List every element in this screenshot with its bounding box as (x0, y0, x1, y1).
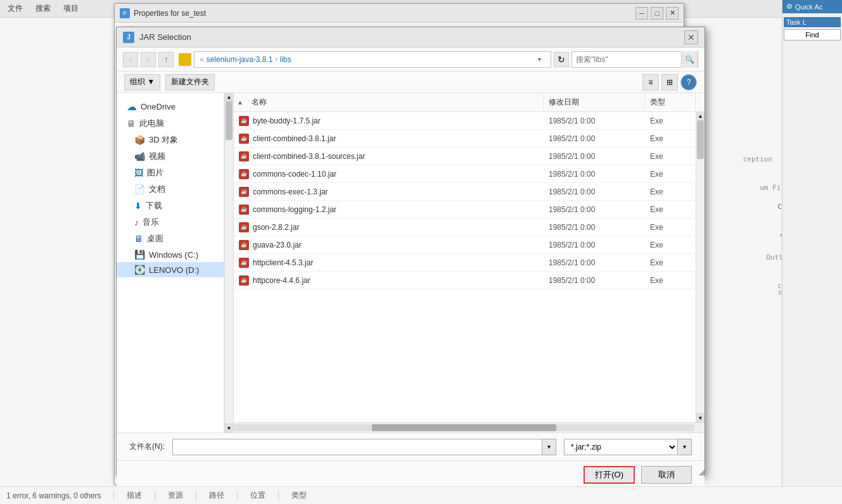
action-bar: 打开(O) 取消 (117, 460, 705, 488)
tree-item-onedrive[interactable]: ☁ OneDrive (117, 98, 224, 115)
nav-back-btn[interactable]: ‹ (123, 52, 138, 67)
file-date-cell: 1985/2/1 0:00 (544, 276, 645, 285)
file-item[interactable]: ☕ commons-exec-1.3.jar 1985/2/1 0:00 Exe (234, 183, 696, 201)
h-scroll-area[interactable] (234, 422, 705, 432)
file-item[interactable]: ☕ commons-logging-1.2.jar 1985/2/1 0:00 … (234, 201, 696, 218)
folder-tree: ☁ OneDrive 🖥 此电脑 📦 3D 对象 📹 视频 🖼 图片 (117, 93, 224, 432)
download-icon: ⬇ (134, 201, 142, 211)
file-item[interactable]: ☕ client-combined-3.8.1.jar 1985/2/1 0:0… (234, 130, 696, 148)
tree-item-video[interactable]: 📹 视频 (117, 148, 224, 165)
find-button[interactable]: Find (784, 29, 841, 41)
file-name-cell: ☕ httpcore-4.4.6.jar (234, 275, 544, 286)
file-list-scrollbar[interactable]: ▲ ▼ (696, 112, 705, 422)
file-date-cell: 1985/2/1 0:00 (544, 205, 645, 214)
file-name-cell: ☕ gson-2.8.2.jar (234, 222, 544, 232)
tree-item-download[interactable]: ⬇ 下载 (117, 198, 224, 214)
tree-scroll-down[interactable]: ▼ (225, 424, 233, 432)
status-divider-4 (237, 491, 238, 501)
view-list-btn[interactable]: ≡ (642, 74, 659, 91)
file-item[interactable]: ☕ httpcore-4.4.6.jar 1985/2/1 0:00 Exe (234, 272, 696, 289)
filename-input[interactable] (172, 439, 542, 455)
path-part-2[interactable]: libs (280, 55, 291, 64)
toolbar-row: 组织 ▼ 新建文件夹 ≡ ⊞ ? (117, 72, 705, 93)
tree-scrollbar[interactable]: ▲ ▼ (224, 93, 233, 432)
onedrive-icon: ☁ (127, 101, 137, 113)
menu-project[interactable]: 项目 (61, 2, 81, 15)
file-scroll-up[interactable]: ▲ (696, 112, 705, 121)
current-folder-icon (179, 53, 191, 66)
tree-item-windows[interactable]: 💾 Windows (C:) (117, 247, 224, 262)
view-grid-btn[interactable]: ⊞ (661, 74, 678, 91)
refresh-btn[interactable]: ↻ (554, 52, 569, 67)
search-box: 🔍 (571, 51, 698, 68)
file-scroll-thumb[interactable] (697, 121, 704, 159)
tree-scroll-track (225, 102, 233, 424)
toolbar-right: ≡ ⊞ ? (642, 74, 697, 91)
nav-up-btn[interactable]: ↑ (158, 52, 174, 67)
tree-item-lenovo[interactable]: 💽 LENOVO (D:) (117, 262, 224, 277)
jar-dialog-close[interactable]: ✕ (684, 30, 698, 44)
menu-file[interactable]: 文件 (5, 2, 25, 15)
tree-scroll-up[interactable]: ▲ (225, 93, 233, 102)
filename-dropdown-btn[interactable]: ▾ (542, 439, 556, 455)
tree-item-3d[interactable]: 📦 3D 对象 (117, 132, 224, 148)
video-icon: 📹 (134, 151, 145, 161)
bg-code-1: ception (743, 155, 772, 163)
path-separator: « (200, 55, 204, 64)
file-scroll-down[interactable]: ▼ (696, 413, 705, 422)
tree-item-image[interactable]: 🖼 图片 (117, 165, 224, 181)
tree-item-music[interactable]: ♪ 音乐 (117, 214, 224, 230)
filetype-dropdown-btn[interactable]: ▾ (678, 439, 692, 455)
jar-icon: ☕ (239, 205, 249, 215)
file-item[interactable]: ☕ httpclient-4.5.3.jar 1985/2/1 0:00 Exe (234, 254, 696, 272)
maximize-btn[interactable]: □ (651, 7, 663, 20)
3d-icon: 📦 (134, 135, 145, 145)
h-scroll-track (234, 424, 694, 431)
new-folder-label: 新建文件夹 (171, 77, 209, 87)
col-header-type[interactable]: 类型 (645, 93, 696, 111)
file-type-cell: Exe (645, 258, 696, 267)
filetype-select[interactable]: *.jar;*.zip (564, 439, 678, 455)
file-item[interactable]: ☕ byte-buddy-1.7.5.jar 1985/2/1 0:00 Exe (234, 112, 696, 130)
path-dropdown-btn[interactable]: ▾ (533, 53, 545, 66)
jar-dialog-icon: J (123, 32, 134, 43)
file-item[interactable]: ☕ client-combined-3.8.1-sources.jar 1985… (234, 148, 696, 165)
tree-item-desktop[interactable]: 🖥 桌面 (117, 230, 224, 247)
status-col-location: 位置 (250, 490, 265, 501)
file-type-cell: Exe (645, 187, 696, 196)
status-bar: 1 error, 6 warnings, 0 others 描述 资源 路径 位… (0, 486, 842, 504)
close-btn[interactable]: ✕ (666, 7, 679, 20)
file-name-cell: ☕ commons-logging-1.2.jar (234, 205, 544, 215)
doc-icon: 📄 (134, 184, 145, 194)
file-item[interactable]: ☕ commons-codec-1.10.jar 1985/2/1 0:00 E… (234, 165, 696, 183)
tree-scroll-thumb[interactable] (226, 102, 233, 140)
organize-btn[interactable]: 组织 ▼ (124, 74, 160, 91)
path-part-1[interactable]: selenium-java-3.8.1 (207, 55, 273, 64)
menu-search[interactable]: 搜索 (33, 2, 53, 15)
col-header-name[interactable]: 名称 (246, 93, 544, 111)
nav-forward-btn[interactable]: › (141, 52, 156, 67)
h-scroll-thumb[interactable] (372, 424, 556, 431)
tree-item-pc[interactable]: 🖥 此电脑 (117, 115, 224, 132)
new-folder-btn[interactable]: 新建文件夹 (165, 74, 215, 91)
path-bar[interactable]: « selenium-java-3.8.1 › libs ▾ (194, 51, 551, 68)
search-icon-btn[interactable]: 🔍 (681, 51, 698, 68)
view-help-btn[interactable]: ? (680, 74, 697, 91)
jar-icon: ☕ (239, 116, 249, 126)
file-type-cell: Exe (645, 276, 696, 285)
file-type-cell: Exe (645, 241, 696, 249)
tree-item-doc[interactable]: 📄 文档 (117, 181, 224, 198)
file-item[interactable]: ☕ guava-23.0.jar 1985/2/1 0:00 Exe (234, 236, 696, 254)
minimize-btn[interactable]: ─ (635, 7, 648, 20)
cancel-button[interactable]: 取消 (641, 466, 692, 484)
status-col-desc: 描述 (127, 490, 142, 501)
file-item[interactable]: ☕ gson-2.8.2.jar 1985/2/1 0:00 Exe (234, 218, 696, 236)
resize-handle[interactable] (697, 468, 705, 476)
jar-dialog-title: JAR Selection (139, 32, 191, 42)
jar-selection-dialog: J JAR Selection ✕ ‹ › ↑ « selenium-java-… (116, 27, 705, 476)
open-button[interactable]: 打开(O) (584, 466, 635, 484)
quick-access-header: ⚙ Quick Ac (782, 0, 842, 13)
file-name-cell: ☕ client-combined-3.8.1.jar (234, 134, 544, 144)
search-input[interactable] (572, 55, 681, 64)
col-header-date[interactable]: 修改日期 (544, 93, 645, 111)
